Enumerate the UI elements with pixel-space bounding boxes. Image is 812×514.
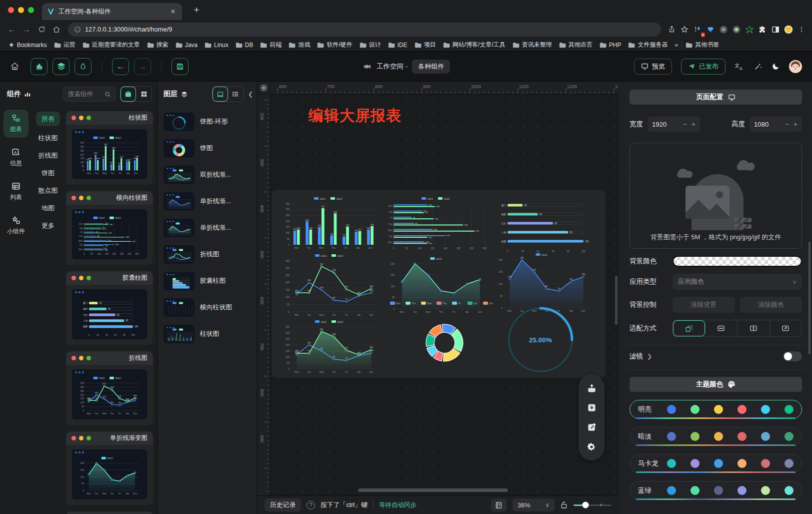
grid-view-toggle[interactable] xyxy=(136,87,152,102)
back-icon[interactable]: ← xyxy=(4,23,19,37)
bookmark-star-icon[interactable] xyxy=(678,23,691,36)
sidebar-item-2[interactable]: A信息 xyxy=(4,144,28,172)
chevron-right-icon[interactable]: ❯ xyxy=(647,353,652,360)
bookmark-item[interactable]: 近期需要读的文章 xyxy=(79,40,144,50)
dashboard-board[interactable]: 0501001502002503003501202001508070110130… xyxy=(272,190,606,378)
category-item[interactable]: 所有 xyxy=(36,112,60,126)
category-item[interactable]: 地图 xyxy=(42,199,54,217)
category-item[interactable]: 饼图 xyxy=(42,164,54,182)
extension-record-icon[interactable] xyxy=(730,23,743,36)
chart-double-line-area[interactable]: 0501001502002503003501202001508070110130… xyxy=(280,319,382,376)
search-input[interactable]: 搜索组件 xyxy=(63,87,116,102)
bookmark-item[interactable]: 项目 xyxy=(411,40,440,50)
bookmark-item[interactable]: DB xyxy=(232,41,257,50)
chart-capsule[interactable]: 厦门20南阳40北京60上海80新疆100020406080100 xyxy=(494,196,594,254)
horizontal-scrollbar[interactable] xyxy=(358,488,508,492)
chart-pie-donut[interactable]: MonTueWedThuFriSatSun xyxy=(370,300,520,376)
lock-icon[interactable] xyxy=(560,501,568,509)
browser-tab[interactable]: 工作空间-各种组件 ✕ xyxy=(42,3,182,20)
canvas-text-element[interactable]: 编辑大屏报表 xyxy=(308,106,402,126)
language-icon[interactable]: 文A xyxy=(734,62,744,71)
site-info-icon[interactable] xyxy=(74,26,81,33)
sidebar-item-1[interactable]: 图表 xyxy=(4,110,28,138)
theme-row-暗淡[interactable]: 暗淡 xyxy=(630,427,802,446)
extension-command-icon[interactable]: ⌘ xyxy=(717,23,730,36)
bookmark-item[interactable]: 运营 xyxy=(50,40,79,50)
bookmark-item[interactable]: IDE xyxy=(384,41,411,50)
theme-tool-button[interactable] xyxy=(74,58,92,75)
bookmark-item[interactable]: PHP xyxy=(596,41,625,50)
chart-progress-ring[interactable]: 25.00% xyxy=(504,304,576,376)
zoom-slider[interactable] xyxy=(574,504,612,506)
extensions-puzzle-icon[interactable] xyxy=(756,23,769,36)
extension-pin-icon[interactable]: 9 xyxy=(691,23,704,36)
category-item[interactable]: 折线图 xyxy=(38,147,58,164)
forward-icon[interactable]: → xyxy=(19,23,34,37)
browser-menu-icon[interactable] xyxy=(795,23,808,36)
side-panel-icon[interactable] xyxy=(769,23,782,36)
background-upload-dropzone[interactable]: 背景图需小于 5M ，格式为 png/jpg/gif 的文件 xyxy=(630,143,802,249)
other-bookmarks[interactable]: 其他书签 xyxy=(682,40,722,50)
profile-avatar[interactable] xyxy=(782,23,795,36)
charts-tool-button[interactable] xyxy=(30,58,48,75)
component-card[interactable]: 柱状图0501001502002503003501202001508070110… xyxy=(66,111,153,185)
tab-close-icon[interactable]: ✕ xyxy=(169,8,177,15)
zoom-slider-knob[interactable] xyxy=(582,502,589,508)
width-plus-button[interactable]: + xyxy=(692,120,696,128)
history-button[interactable]: 历史记录 xyxy=(264,498,301,511)
sidebar-item-3[interactable]: 列表 xyxy=(4,178,28,206)
bookmark-item[interactable]: 设计 xyxy=(356,40,384,50)
theme-row-蓝绿[interactable]: 蓝绿 xyxy=(630,481,802,500)
component-card[interactable]: 折线图0501001502002503003501202001508070110… xyxy=(66,351,153,425)
close-window-button[interactable] xyxy=(8,7,14,13)
bookmarks-root[interactable]: ★ Bookmarks xyxy=(5,40,50,50)
bookmark-item[interactable]: 资讯未整理 xyxy=(509,40,556,50)
extension-gem-icon[interactable] xyxy=(704,23,717,36)
edit-icon[interactable] xyxy=(586,421,598,433)
layer-item[interactable]: 折线图 xyxy=(162,245,254,264)
notes-panel-icon[interactable] xyxy=(491,498,506,511)
component-card[interactable]: 单折线渐变面积图0501001502001202001508070110130M… xyxy=(66,511,153,514)
reload-icon[interactable] xyxy=(34,23,49,37)
bookmark-item[interactable]: 游戏 xyxy=(285,40,314,50)
bookmark-item[interactable]: Linux xyxy=(201,41,232,50)
workspace-name-pill[interactable]: 各种组件 xyxy=(412,60,450,74)
layer-item[interactable]: 横向柱状图 xyxy=(162,298,254,317)
category-item[interactable]: 更多 xyxy=(42,217,54,234)
width-stepper[interactable]: 1920 −+ xyxy=(648,117,700,132)
fit-scale-option[interactable] xyxy=(673,320,706,336)
clear-background-button[interactable]: 清除背景 xyxy=(672,297,735,313)
layer-item[interactable]: 柱状图 xyxy=(162,325,254,343)
minimize-window-button[interactable] xyxy=(18,7,24,13)
app-home-icon[interactable] xyxy=(10,62,20,71)
component-card[interactable]: 单折线渐变图050100150200MonTueWedThuFriSatSund… xyxy=(66,431,153,505)
app-type-select[interactable]: 应用颜色 ∨ xyxy=(672,274,802,290)
bookmarks-overflow[interactable]: » xyxy=(671,41,682,50)
publish-button[interactable]: 已发布 xyxy=(681,59,726,75)
settings-scrollbar[interactable] xyxy=(808,242,810,354)
layer-item[interactable]: 饼图 xyxy=(162,139,254,158)
bookmark-item[interactable]: 软件/硬件 xyxy=(314,40,356,50)
height-plus-button[interactable]: + xyxy=(794,120,798,128)
redo-button[interactable]: → xyxy=(134,58,151,75)
height-minus-button[interactable]: − xyxy=(785,120,789,128)
layer-item[interactable]: 胶囊柱图 xyxy=(162,272,254,290)
width-minus-button[interactable]: − xyxy=(683,120,687,128)
settings-gear-icon[interactable] xyxy=(586,441,598,453)
fit-width-option[interactable] xyxy=(706,320,738,336)
vertical-scrollbar[interactable] xyxy=(615,276,618,325)
bookmark-item[interactable]: 网站/博客/文章/工具 xyxy=(440,40,509,50)
bookmark-item[interactable]: 其他语言 xyxy=(556,40,596,50)
share-icon[interactable] xyxy=(665,23,678,36)
collapse-panel-icon[interactable]: ❮ xyxy=(248,91,253,98)
layers-tool-button[interactable] xyxy=(52,58,70,75)
theme-row-马卡龙[interactable]: 马卡龙 xyxy=(630,454,802,473)
height-stepper[interactable]: 1080 −+ xyxy=(750,117,802,132)
zoom-select[interactable]: 36% ∨ xyxy=(512,498,554,511)
bg-color-swatch[interactable] xyxy=(672,256,802,267)
maximize-window-button[interactable] xyxy=(28,7,34,13)
fit-stretch-option[interactable] xyxy=(770,320,802,336)
import-icon[interactable] xyxy=(586,401,598,413)
save-button[interactable] xyxy=(172,58,188,75)
extension-star-icon[interactable] xyxy=(743,23,756,36)
